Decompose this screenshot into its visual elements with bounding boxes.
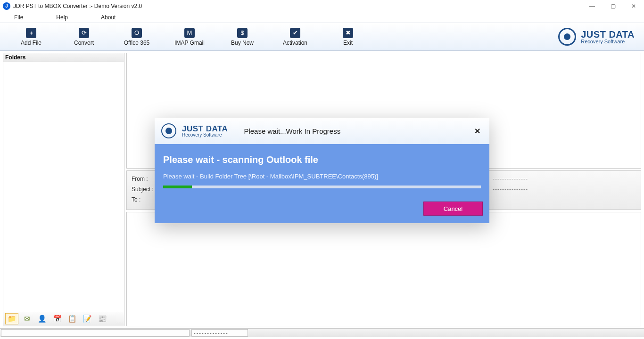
dialog-close-button[interactable]: ✕ [471,127,483,136]
extra-field: --------------- [493,186,528,193]
brand-tag: Recovery Software [581,39,635,44]
from-label: From : [132,176,155,182]
buy-now-button[interactable]: $ Buy Now [216,24,269,50]
brand-name: JUST DATA [581,30,635,39]
titlebar: J JDR PST to MBOX Converter :- Demo Vers… [0,0,644,12]
file-plus-icon: ＋ [26,28,36,38]
to-label: To : [132,196,155,203]
status-cell-1 [1,329,190,337]
menu-file[interactable]: File [14,14,23,21]
view-contacts-icon[interactable]: 👤 [35,313,49,324]
folders-panel: Folders 📁 ✉ 👤 📅 📋 📝 📰 [3,53,124,326]
view-calendar-icon[interactable]: 📅 [50,313,64,324]
office365-button[interactable]: O Office 365 [110,24,163,50]
imap-gmail-label: IMAP Gmail [174,40,205,46]
dollar-icon: $ [237,28,248,38]
imap-gmail-button[interactable]: M IMAP Gmail [163,24,216,50]
dialog-message: Please wait - Build Folder Tree [\Root -… [163,173,481,180]
view-tasks-icon[interactable]: 📋 [66,313,79,324]
convert-label: Convert [74,40,94,46]
exit-icon: ✖ [343,28,353,38]
activation-button[interactable]: ✔ Activation [269,24,322,50]
brand-logo: JUST DATA Recovery Software [558,28,644,46]
minimize-button[interactable]: — [582,0,603,12]
toolbar: ＋ Add File ⟳ Convert O Office 365 M IMAP… [0,23,644,51]
progress-fill [163,186,192,188]
subject-label: Subject : [132,186,155,193]
progress-bar [163,186,481,188]
close-button[interactable]: ✕ [623,0,644,12]
buy-now-label: Buy Now [231,40,254,46]
view-notes-icon[interactable]: 📝 [81,313,94,324]
status-dashes: ------------- [194,330,229,336]
office-icon: O [132,28,142,38]
convert-button[interactable]: ⟳ Convert [58,24,110,50]
office365-label: Office 365 [124,40,149,46]
folder-view-icons: 📁 ✉ 👤 📅 📋 📝 📰 [3,311,124,326]
maximize-button[interactable]: ▢ [603,0,623,12]
exit-button[interactable]: ✖ Exit [322,24,374,50]
menu-help[interactable]: Help [56,14,68,21]
cancel-button[interactable]: Cancel [423,202,483,216]
statusbar: ------------- [0,328,644,337]
dialog-logo-icon [161,123,176,138]
refresh-icon: ⟳ [79,28,89,38]
message-body-pane[interactable] [126,212,641,326]
menubar: File Help About [0,12,644,23]
dialog-header: JUST DATA Recovery Software Please wait.… [155,118,489,144]
add-file-label: Add File [21,40,41,46]
date-field: --------------- [493,176,528,182]
dialog-heading: Please wait - scanning Outlook file [163,154,481,165]
add-file-button[interactable]: ＋ Add File [5,24,58,50]
exit-label: Exit [343,40,353,46]
window-title: JDR PST to MBOX Converter :- Demo Versio… [13,3,142,9]
view-mail-icon[interactable]: ✉ [20,313,33,324]
dialog-title: Please wait...Work In Progress [244,127,340,135]
logo-icon [558,28,576,46]
view-journal-icon[interactable]: 📰 [96,313,109,324]
mail-icon: M [184,28,195,38]
folders-header: Folders [3,53,124,62]
menu-about[interactable]: About [101,14,116,21]
folders-tree[interactable] [3,62,124,311]
dialog-brand-name: JUST DATA [182,125,228,133]
activation-label: Activation [283,40,307,46]
dialog-brand-tag: Recovery Software [182,133,228,137]
check-icon: ✔ [290,28,300,38]
app-icon: J [3,2,10,10]
view-folder-icon[interactable]: 📁 [5,313,18,324]
status-cell-2: ------------- [191,329,248,337]
progress-dialog: JUST DATA Recovery Software Please wait.… [155,118,489,223]
